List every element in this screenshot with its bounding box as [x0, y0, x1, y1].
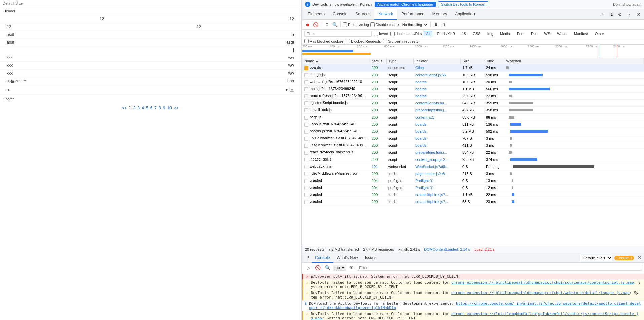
filter-type-js[interactable]: JS	[459, 31, 468, 36]
initiator-link[interactable]: createHttpLink.js?...	[415, 200, 448, 204]
initiator-link[interactable]: boards	[415, 143, 427, 147]
table-row[interactable]: page.js 200 script content.js:1 83.0 kB …	[302, 114, 644, 121]
table-row[interactable]: graphql 204 preflight Preflight ⓘ 0 B 12…	[302, 184, 644, 191]
filter-type-other[interactable]: Other	[593, 31, 607, 36]
table-row[interactable]: boards.js?ts=1676423499240 200 script bo…	[302, 128, 644, 135]
pagination-page-5[interactable]: 5	[146, 106, 148, 110]
settings-icon[interactable]: ⚙	[616, 10, 624, 18]
hide-data-urls-label[interactable]: Hide data URLs	[390, 32, 422, 36]
col-header-type[interactable]: Type	[386, 58, 413, 64]
pagination-page-1[interactable]: 1	[129, 106, 131, 110]
pagination-prev[interactable]: <<	[122, 106, 127, 110]
initiator-link[interactable]: contentScript.js:66	[415, 73, 446, 77]
pagination-page-10[interactable]: 10	[167, 106, 172, 110]
initiator-link[interactable]: boards	[415, 122, 427, 126]
import-icon[interactable]: ⬇	[433, 21, 440, 28]
vertical-dots-icon[interactable]: ⋮	[625, 10, 633, 18]
initiator-link[interactable]: Other	[415, 66, 425, 70]
table-row[interactable]: webpack-hmr 101 websocket WebSocket.js?a…	[302, 163, 644, 170]
tab-network[interactable]: Network	[374, 9, 397, 20]
console-clear-icon[interactable]: 🚫	[314, 264, 322, 272]
initiator-link[interactable]: page-loader.js?e8...	[415, 172, 448, 176]
col-header-time[interactable]: Time	[484, 58, 504, 64]
table-row[interactable]: inpage_sol.js 200 script content_script.…	[302, 156, 644, 163]
table-row[interactable]: react_devtools_backend.js 200 script pre…	[302, 149, 644, 156]
table-row[interactable]: react-refresh.js?ts=1676423499240 200 sc…	[302, 93, 644, 100]
pagination-page-2[interactable]: 2	[133, 106, 136, 110]
tab-sources[interactable]: Sources	[351, 9, 374, 20]
blocked-cookies-checkbox[interactable]	[304, 39, 309, 43]
pagination-page-6[interactable]: 6	[150, 106, 153, 110]
col-header-initiator[interactable]: Initiator	[413, 58, 460, 64]
clear-button[interactable]: 🚫	[312, 21, 319, 28]
blocked-requests-label[interactable]: Blocked Requests	[346, 39, 381, 43]
filter-type-wasm[interactable]: Wasm	[555, 31, 570, 36]
console-inspect-icon[interactable]: 🔍	[323, 264, 331, 272]
initiator-link[interactable]: boards	[415, 136, 427, 140]
third-party-checkbox[interactable]	[383, 39, 387, 43]
close-devtools-icon[interactable]: ✕	[635, 10, 643, 18]
initiator-link[interactable]: WebSocket.js?a9b...	[415, 165, 449, 169]
pagination-page-4[interactable]: 4	[142, 106, 144, 110]
invert-label[interactable]: Invert	[374, 32, 388, 36]
table-row[interactable]: injectedScript.bundle.js 200 script cont…	[302, 100, 644, 107]
initiator-link[interactable]: Preflight ⓘ	[415, 179, 433, 183]
table-row[interactable]: inpage.js 200 script contentScript.js:66…	[302, 72, 644, 79]
disable-cache-label[interactable]: Disable cache	[370, 22, 399, 27]
blocked-cookies-label[interactable]: Has blocked cookies	[304, 39, 344, 43]
dismiss-notification-button[interactable]: Don't show again	[613, 2, 641, 6]
col-header-name[interactable]: Name ▲	[302, 58, 370, 64]
console-link-1[interactable]: chrome-extension://jblndlipeogafnldhgmap…	[451, 280, 634, 285]
table-row[interactable]: _buildManifest.js?ts=1676423499240 200 s…	[302, 135, 644, 142]
console-link-2[interactable]: chrome-extension://jblndlipeogafnldhgmap…	[451, 291, 630, 295]
tab-issues[interactable]: Issues	[362, 253, 380, 263]
table-row[interactable]: graphql 200 fetch createHttpLink.js?... …	[302, 198, 644, 205]
initiator-link[interactable]: content_script.js:2...	[415, 157, 448, 162]
initiator-link[interactable]: Preflight ⓘ	[415, 186, 433, 190]
tab-elements[interactable]: Elements	[304, 9, 329, 20]
filter-type-all[interactable]: All	[424, 31, 432, 36]
console-filter-input[interactable]	[357, 265, 642, 271]
tab-performance[interactable]: Performance	[397, 9, 428, 20]
filter-icon[interactable]: ⚲	[324, 21, 330, 28]
more-tabs-button[interactable]: »	[597, 9, 608, 20]
record-button[interactable]: ⏺	[304, 21, 311, 28]
pagination-page-7[interactable]: 7	[154, 106, 157, 110]
filter-type-css[interactable]: CSS	[470, 31, 483, 36]
pagination-page-9[interactable]: 9	[163, 106, 165, 110]
pagination-page-3[interactable]: 3	[138, 106, 140, 110]
match-language-button[interactable]: Always match Chrome's language	[375, 2, 436, 7]
initiator-link[interactable]: createHttpLink.js?...	[415, 193, 448, 197]
table-row[interactable]: _ssgManifest.js?ts=1676423499240 200 scr…	[302, 142, 644, 149]
search-icon[interactable]: 🔍	[332, 21, 338, 28]
filter-type-media[interactable]: Media	[498, 31, 513, 36]
col-header-size[interactable]: Size	[460, 58, 484, 64]
filter-type-font[interactable]: Font	[515, 31, 527, 36]
table-row[interactable]: _app.js?ts=1676423499240 200 script boar…	[302, 121, 644, 128]
third-party-label[interactable]: 3rd-party requests	[383, 39, 418, 43]
filter-type-fetch-xhr[interactable]: Fetch/XHR	[434, 31, 457, 36]
table-row[interactable]: _devMiddlewareManifest.json 200 fetch pa…	[302, 170, 644, 177]
col-header-waterfall[interactable]: Waterfall	[504, 58, 644, 64]
filter-input[interactable]	[304, 31, 372, 37]
throttle-select[interactable]: No throttling	[400, 22, 428, 27]
pagination-next[interactable]: >>	[174, 106, 179, 110]
table-row[interactable]: boards 200 document Other 1.7 kB 24 ms	[302, 64, 644, 72]
hide-data-urls-checkbox[interactable]	[390, 32, 395, 36]
disable-cache-checkbox[interactable]	[370, 22, 375, 27]
switch-devtools-button[interactable]: Switch DevTools to Korean	[438, 1, 488, 7]
table-row[interactable]: graphql 200 fetch createHttpLink.js?... …	[302, 191, 644, 198]
export-icon[interactable]: ⬆	[441, 21, 448, 28]
console-link-3[interactable]: https://chrome.google.com/ invariant.js?…	[309, 301, 641, 310]
tab-application[interactable]: Application	[451, 9, 479, 20]
preserve-log-label[interactable]: Preserve log	[343, 22, 369, 27]
tab-console-bottom[interactable]: Console	[312, 253, 333, 263]
console-panel-drag[interactable]: ⠿	[304, 254, 312, 262]
console-levels-select[interactable]: Default levels	[580, 255, 612, 261]
initiator-link[interactable]: prepareInjection.j...	[415, 150, 447, 154]
filter-type-manifest[interactable]: Manifest	[572, 31, 591, 36]
filter-type-img[interactable]: Img	[485, 31, 496, 36]
filter-type-doc[interactable]: Doc	[529, 31, 540, 36]
blocked-requests-checkbox[interactable]	[346, 39, 350, 43]
filter-type-ws[interactable]: WS	[542, 31, 553, 36]
